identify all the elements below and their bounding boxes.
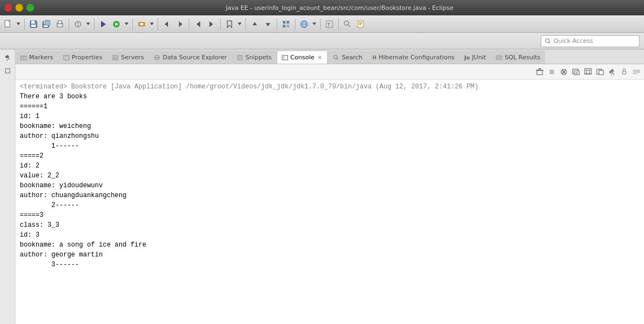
tab-console[interactable]: Console × [277, 51, 328, 64]
left-sidebar [0, 49, 15, 324]
close-button[interactable] [4, 4, 12, 12]
svg-rect-60 [113, 58, 118, 60]
svg-rect-68 [282, 55, 288, 60]
window-controls[interactable] [4, 4, 34, 12]
sqlresults-icon [496, 54, 502, 61]
minimize-button[interactable] [15, 4, 23, 12]
svg-rect-3 [31, 21, 35, 24]
svg-rect-21 [140, 23, 143, 25]
servers-icon [112, 54, 119, 61]
perspective-button[interactable] [280, 18, 292, 30]
properties-icon [63, 54, 70, 61]
separator-9 [277, 19, 277, 30]
svg-rect-93 [586, 72, 587, 74]
prev-edit-button[interactable] [192, 18, 204, 30]
svg-rect-87 [574, 71, 579, 75]
tab-sqlresults[interactable]: SQL Results [491, 51, 545, 64]
new-console-view-button[interactable] [570, 66, 581, 77]
tab-datasource[interactable]: Data Source Explorer [149, 51, 232, 64]
open-console-button[interactable] [595, 66, 606, 77]
tab-junit[interactable]: Ju JUnit [460, 51, 491, 64]
web-button[interactable] [298, 18, 310, 30]
svg-marker-22 [150, 23, 154, 25]
prev-annotation-button[interactable] [249, 18, 261, 30]
next-edit-button[interactable] [205, 18, 217, 30]
tab-properties-label: Properties [72, 54, 103, 61]
separator-5 [158, 19, 158, 30]
svg-rect-32 [283, 21, 285, 24]
external-tools-dropdown[interactable] [149, 22, 155, 26]
svg-rect-98 [623, 71, 626, 74]
svg-line-72 [337, 58, 339, 60]
sidebar-pin-icon[interactable] [2, 52, 14, 64]
new-dropdown[interactable] [15, 22, 21, 26]
svg-rect-65 [238, 55, 242, 60]
separator-4 [132, 19, 133, 30]
svg-marker-25 [197, 21, 200, 27]
bookmark-button[interactable] [223, 18, 236, 30]
svg-marker-30 [253, 22, 257, 25]
svg-marker-16 [101, 21, 106, 27]
sidebar-marker-icon[interactable] [2, 65, 14, 77]
window-title: Java EE - userinfo_login_acount_bean/src… [40, 4, 640, 12]
save-button[interactable] [27, 18, 40, 30]
svg-rect-82 [550, 70, 554, 74]
external-tools-button[interactable] [136, 18, 148, 30]
svg-rect-34 [283, 25, 285, 27]
svg-marker-27 [210, 21, 213, 27]
web-dropdown[interactable] [311, 22, 317, 26]
svg-rect-91 [586, 70, 587, 71]
tab-console-close[interactable]: × [316, 54, 323, 61]
svg-rect-7 [44, 25, 48, 27]
svg-rect-53 [21, 56, 26, 60]
word-wrap-button[interactable] [631, 66, 642, 77]
svg-rect-45 [358, 21, 363, 27]
console-toolbar [15, 64, 644, 80]
next-annotation-button[interactable] [262, 18, 274, 30]
console-terminated-line: <terminated> Bookstore [Java Application… [20, 82, 640, 92]
separator-2 [69, 19, 69, 30]
run-button[interactable] [110, 18, 122, 30]
clear-console-button[interactable] [534, 66, 545, 77]
navigate-forward-button[interactable] [174, 18, 186, 30]
quick-access-placeholder: Quick Access [553, 37, 593, 44]
tab-servers-label: Servers [121, 54, 144, 61]
svg-line-50 [549, 42, 551, 43]
separator-12 [338, 19, 339, 30]
quick-access-search[interactable]: Quick Access [541, 35, 640, 47]
tab-search[interactable]: Search [328, 51, 367, 64]
console-icon [282, 54, 288, 61]
scroll-lock-button[interactable] [619, 66, 630, 77]
remove-terminated-button[interactable] [558, 66, 569, 77]
svg-text:T: T [327, 22, 331, 27]
properties-dropdown[interactable] [85, 22, 91, 26]
display-console-button[interactable] [583, 66, 593, 77]
tab-hibernate[interactable]: H Hibernate Configurations [367, 51, 460, 64]
navigate-back-button[interactable] [161, 18, 173, 30]
tab-snippets[interactable]: Snippets [232, 51, 277, 64]
console-output[interactable]: <terminated> Bookstore [Java Application… [15, 80, 644, 324]
tab-markers[interactable]: Markers [15, 51, 58, 64]
terminate-button[interactable] [546, 66, 557, 77]
tab-console-label: Console [290, 54, 315, 61]
bookmark-dropdown[interactable] [237, 22, 243, 26]
svg-point-64 [155, 58, 159, 60]
tab-bar: Markers Properties Servers [15, 49, 644, 64]
maximize-button[interactable] [26, 4, 34, 12]
separator-1 [24, 19, 25, 30]
tab-search-label: Search [341, 54, 362, 61]
tab-hibernate-label: Hibernate Configurations [379, 54, 455, 61]
debug-button[interactable] [97, 18, 109, 30]
new-button[interactable] [2, 18, 14, 30]
tab-properties[interactable]: Properties [58, 51, 108, 64]
print-button[interactable] [54, 18, 66, 30]
help-search-button[interactable] [341, 18, 354, 30]
open-type-button[interactable]: T [323, 18, 335, 30]
svg-marker-40 [312, 23, 316, 25]
cheat-sheet-button[interactable] [355, 18, 367, 30]
run-dropdown[interactable] [124, 22, 130, 26]
tab-servers[interactable]: Servers [107, 51, 149, 64]
pin-console-button[interactable] [607, 66, 618, 77]
properties-button[interactable] [72, 18, 84, 30]
save-all-button[interactable] [41, 18, 53, 30]
